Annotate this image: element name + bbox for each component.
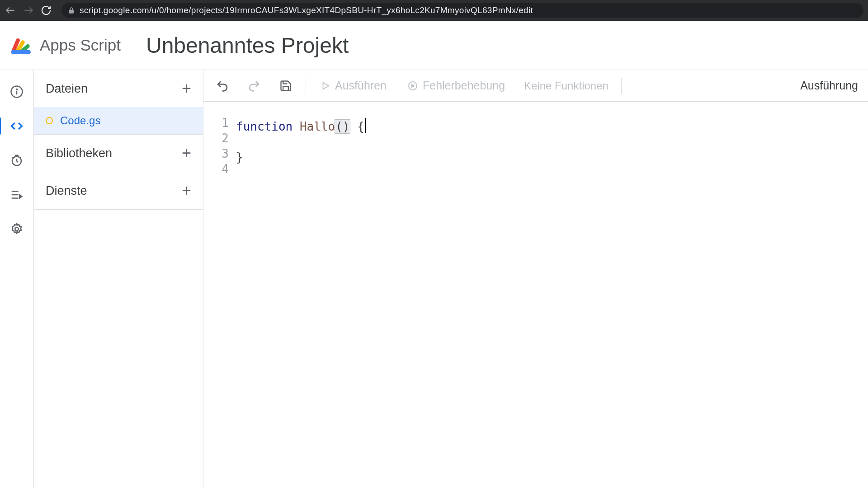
back-button[interactable] — [5, 5, 16, 16]
add-service-button[interactable]: + — [182, 181, 191, 200]
function-selector[interactable]: Keine Funktionen — [522, 80, 610, 92]
line-gutter: 1 2 3 4 — [203, 115, 236, 488]
add-library-button[interactable]: + — [182, 144, 191, 163]
browser-toolbar: script.google.com/u/0/home/projects/19Ir… — [0, 0, 868, 21]
file-item-code[interactable]: Code.gs — [34, 107, 203, 134]
svg-point-1 — [16, 89, 17, 90]
text-cursor — [365, 118, 366, 133]
services-section-header: Dienste + — [34, 172, 203, 209]
unsaved-indicator-icon — [46, 117, 53, 124]
forward-button[interactable] — [23, 5, 34, 16]
project-name[interactable]: Unbenanntes Projekt — [146, 33, 349, 58]
executions-icon[interactable] — [8, 186, 26, 204]
reload-button[interactable] — [41, 5, 52, 16]
editor-pane: Ausführen Fehlerbehebung Keine Funktione… — [203, 70, 868, 488]
apps-script-logo — [8, 33, 32, 57]
lock-icon — [68, 6, 75, 14]
add-file-button[interactable]: + — [182, 79, 191, 98]
address-bar[interactable]: script.google.com/u/0/home/projects/19Ir… — [61, 3, 863, 18]
libraries-label: Bibliotheken — [46, 146, 112, 160]
editor-icon[interactable] — [8, 117, 26, 135]
services-label: Dienste — [46, 184, 87, 198]
execution-log-button[interactable]: Ausführung — [800, 79, 858, 92]
triggers-icon[interactable] — [8, 151, 26, 169]
files-section-header: Dateien + — [34, 70, 203, 107]
run-button[interactable]: Ausführen — [317, 76, 390, 95]
files-label: Dateien — [46, 82, 88, 96]
app-title: Apps Script — [40, 36, 121, 54]
code-content[interactable]: function Hallo() { } — [236, 115, 868, 488]
redo-button[interactable] — [245, 77, 263, 95]
left-rail — [0, 70, 34, 488]
overview-icon[interactable] — [8, 83, 26, 101]
svg-point-3 — [15, 227, 19, 231]
code-editor[interactable]: 1 2 3 4 function Hallo() { } — [203, 102, 868, 488]
run-label: Ausführen — [335, 79, 387, 92]
editor-toolbar: Ausführen Fehlerbehebung Keine Funktione… — [203, 70, 868, 102]
sidebar: Dateien + Code.gs Bibliotheken + Dienste… — [34, 70, 203, 488]
url-text: script.google.com/u/0/home/projects/19Ir… — [80, 5, 533, 15]
save-button[interactable] — [277, 77, 295, 95]
file-name: Code.gs — [60, 114, 100, 127]
undo-button[interactable] — [213, 77, 231, 95]
libraries-section-header: Bibliotheken + — [34, 135, 203, 172]
app-header: Apps Script Unbenanntes Projekt — [0, 21, 868, 70]
main-area: Dateien + Code.gs Bibliotheken + Dienste… — [0, 70, 868, 488]
settings-icon[interactable] — [8, 220, 26, 238]
debug-label: Fehlerbehebung — [423, 79, 505, 92]
debug-button[interactable]: Fehlerbehebung — [404, 76, 509, 95]
